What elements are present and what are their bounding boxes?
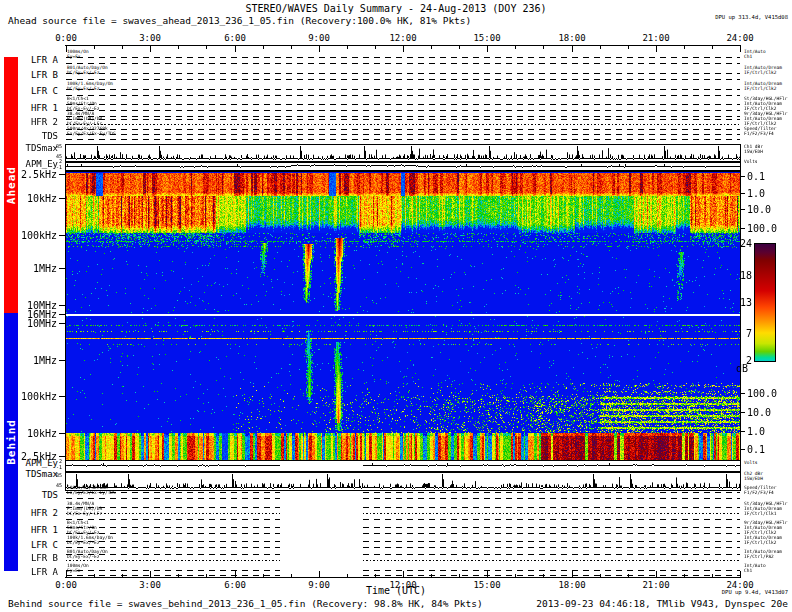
freq-tick-label-left: 1MHz	[8, 355, 57, 365]
time-axis-tick	[431, 46, 432, 49]
generation-timestamp: 2013-09-23 04:46:18, TMlib V943, Dynspec…	[400, 599, 788, 609]
freq-tick-right	[740, 449, 745, 450]
status-line	[66, 560, 280, 561]
time-axis-tick	[403, 46, 404, 52]
row-right-note: Speed/Tilter F1/F2/F3/F4	[744, 127, 792, 143]
row-right-note: St/3day/HGL/HFlr Int/Auto/Dream IF/Ctrl/…	[744, 502, 792, 518]
status-line	[363, 560, 740, 561]
freq-tick-left	[59, 314, 66, 315]
status-line	[66, 507, 280, 508]
freq-tick-label-right: 10.0	[747, 204, 791, 214]
time-axis-tick	[94, 46, 95, 49]
time-axis-tick	[347, 46, 348, 49]
freq-tick-label-right: 0.1	[747, 171, 791, 181]
time-axis-tick-label: 15:00	[469, 33, 505, 43]
time-axis-tick	[487, 571, 488, 577]
swaves-daily-summary-page: STEREO/WAVES Daily Summary - 24-Aug-2013…	[0, 0, 792, 612]
time-axis-tick	[600, 46, 601, 49]
status-line	[66, 492, 280, 493]
freq-tick-left	[59, 433, 66, 434]
freq-tick-left	[59, 198, 66, 199]
colorbar-unit-label: dB	[736, 363, 760, 373]
freq-tick-right	[740, 228, 745, 229]
time-axis-tick	[740, 571, 741, 577]
freq-tick-left	[59, 235, 66, 236]
status-line	[363, 498, 740, 499]
time-axis-tick	[459, 46, 460, 49]
time-axis-tick	[487, 46, 488, 52]
status-line	[363, 554, 740, 555]
time-axis-tick	[403, 571, 404, 577]
time-axis-tick-label: 6:00	[217, 33, 253, 43]
row-label-hfr-2: HFR 2	[14, 117, 58, 127]
status-line	[66, 73, 740, 74]
freq-tick-left	[59, 174, 66, 175]
time-axis-tick	[656, 571, 657, 577]
freq-tick-right	[740, 209, 745, 210]
time-axis-tick	[572, 571, 573, 577]
ahead-source-line: Ahead source file = swaves_ahead_2013_23…	[8, 16, 471, 26]
dpu-uptime-top: DPU up 313.4d, V415d08	[588, 14, 788, 20]
colorbar-tick-label: 13	[728, 297, 752, 307]
colorbar-tick-label: 24	[728, 238, 752, 248]
row-label-lfr-a: LFR A	[14, 55, 58, 65]
time-axis-tick-label: 9:00	[301, 33, 337, 43]
time-axis-tick	[319, 571, 320, 577]
freq-tick-label-right: 1.0	[747, 426, 791, 436]
time-axis-tick	[122, 46, 123, 49]
time-axis-tick	[628, 46, 629, 49]
behind-spectrogram	[66, 313, 740, 460]
time-axis-tick	[263, 46, 264, 49]
status-line	[66, 547, 280, 548]
freq-tick-right	[740, 431, 745, 432]
status-line	[66, 104, 740, 105]
status-line	[363, 547, 740, 548]
time-axis-tick	[740, 46, 741, 52]
time-axis-tick-label: 3:00	[132, 580, 168, 590]
time-axis-tick	[206, 46, 207, 49]
apm-ey-ahead-panel	[65, 162, 741, 171]
status-line	[66, 57, 740, 58]
time-axis-tick	[347, 574, 348, 577]
apm-ey-behind-trace	[66, 461, 740, 471]
freq-tick-label-right: 100.0	[747, 388, 791, 398]
freq-tick-left	[59, 396, 66, 397]
time-axis-tick	[291, 574, 292, 577]
row-label-hfr-1: HFR 1	[14, 103, 58, 113]
page-title: STEREO/WAVES Daily Summary - 24-Aug-2013…	[0, 3, 792, 14]
freq-tick-label-left: 1MHz	[8, 263, 57, 273]
time-axis-tick	[235, 571, 236, 577]
status-line	[66, 519, 280, 520]
freq-tick-left	[59, 305, 66, 306]
freq-tick-label-right: 10.0	[747, 407, 791, 417]
freq-tick-label-left: 10MHz	[8, 318, 57, 328]
status-line	[363, 513, 740, 514]
freq-tick-label-right: 100.0	[747, 223, 791, 233]
freq-tick-right	[740, 412, 745, 413]
time-axis-tick-label: 12:00	[385, 580, 421, 590]
row-label-lfr-a: LFR A	[14, 567, 58, 577]
row-left-note: 500ns/4x/32768k Ex/Ey/Ez/Ex-Ey/TDS	[67, 127, 187, 143]
status-line	[363, 533, 740, 534]
status-line	[66, 110, 740, 111]
status-line	[66, 119, 740, 120]
colorbar-gradient	[754, 243, 776, 362]
freq-tick-left	[59, 268, 66, 269]
status-line	[363, 575, 740, 576]
row-right-note: Int/Auto Ch1	[744, 564, 792, 580]
status-line	[66, 575, 280, 576]
status-line	[66, 134, 740, 135]
time-axis-tick-label: 24:00	[722, 33, 758, 43]
time-axis-tick	[712, 46, 713, 49]
colorbar-tick-label: 7	[728, 328, 752, 338]
tdsmax-ahead-trace	[66, 145, 740, 161]
status-line	[66, 95, 740, 96]
row-label-hfr-1: HFR 1	[14, 525, 58, 535]
time-axis-tick-label: 15:00	[469, 580, 505, 590]
time-axis-tick	[319, 46, 320, 52]
freq-tick-right	[740, 393, 745, 394]
row-label-hfr-2: HFR 2	[14, 508, 58, 518]
time-axis-tick-label: 18:00	[554, 33, 590, 43]
colorbar-tick-label: 18	[728, 270, 752, 280]
row-right-note: Speed/Tilter F1/F2/F3/F4	[744, 486, 792, 502]
